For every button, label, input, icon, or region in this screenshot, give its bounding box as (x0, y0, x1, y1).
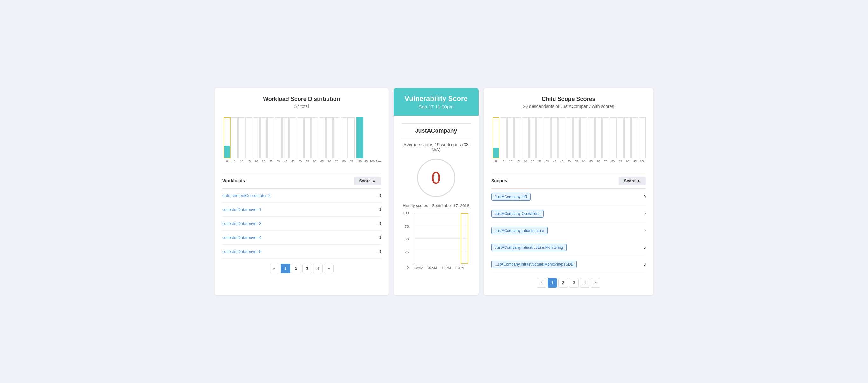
chart-x-06pm: 06PM (455, 266, 465, 270)
table-row: enforcementCoordinator-2 0 (222, 189, 381, 203)
workload-link-2[interactable]: collectorDatamover-3 (222, 221, 262, 226)
prev-page-button[interactable]: « (270, 264, 279, 273)
left-panel-subtitle: 57 total (222, 104, 381, 109)
hourly-title: Hourly scores - September 17, 2018 (401, 203, 471, 208)
main-container: Workload Score Distribution 57 total (215, 88, 653, 295)
page-1-button[interactable]: 1 (281, 264, 290, 273)
left-pagination: « 1 2 3 4 » (222, 264, 381, 273)
right-hist-bar-25 (529, 117, 536, 158)
right-panel-title: Child Scope Scores (491, 96, 646, 102)
workload-score-4: 0 (379, 249, 381, 254)
workload-link-1[interactable]: collectorDatamover-1 (222, 207, 262, 212)
scope-row-0: JustACompany:HR 0 (491, 189, 646, 206)
hist-bar-na (356, 117, 364, 158)
scope-row-3: JustACompany:Infrastructure:Monitoring 0 (491, 239, 646, 256)
next-page-button[interactable]: » (324, 264, 334, 273)
right-hist-bar-80 (610, 117, 617, 158)
middle-panel: Vulnerability Score Sep 17 11:00pm JustA… (394, 88, 478, 295)
right-next-page-button[interactable]: » (591, 278, 600, 288)
chart-x-12am: 12AM (414, 266, 423, 270)
workload-link-4[interactable]: collectorDatamover-5 (222, 249, 262, 254)
right-hist-bar-45 (558, 117, 565, 158)
chart-highlight-bar (461, 213, 468, 264)
right-hist-bar-50 (566, 117, 572, 158)
scope-tag-1[interactable]: JustACompany:Operations (491, 210, 544, 217)
scopes-table-header: Scopes Score ▲ (491, 173, 646, 189)
table-row: collectorDatamover-1 0 (222, 203, 381, 217)
chart-x-12pm: 12PM (442, 266, 451, 270)
scope-tag-4[interactable]: ...stACompany:Infrastructure:Monitoring:… (491, 261, 577, 268)
scope-score-3: 0 (644, 245, 646, 250)
avg-score-text: Average score, 19 workloads (38 N/A) (401, 142, 471, 152)
chart-x-06am: 06AM (428, 266, 437, 270)
hist-bar-65 (318, 117, 326, 158)
hist-bar-85 (348, 117, 355, 158)
right-score-sort-button[interactable]: Score ▲ (619, 177, 646, 185)
right-page-1-button[interactable]: 1 (548, 278, 557, 288)
right-hist-bar-20 (522, 117, 529, 158)
scopes-label: Scopes (491, 178, 507, 183)
scope-tag-2[interactable]: JustACompany:Infrastructure (491, 227, 548, 234)
right-hist-bar-95 (631, 117, 639, 158)
hist-bar-0 (223, 117, 230, 158)
vuln-header: Vulnerability Score Sep 17 11:00pm (394, 88, 478, 116)
right-hist-bar-65 (588, 117, 595, 158)
hist-bar-45 (289, 117, 296, 158)
scope-score-0: 0 (644, 194, 646, 199)
workload-link-0[interactable]: enforcementCoordinator-2 (222, 193, 271, 198)
right-page-3-button[interactable]: 3 (569, 278, 579, 288)
workload-score-0: 0 (379, 193, 381, 198)
hist-bar-25 (260, 117, 267, 158)
chart-x-labels: 12AM 06AM 12PM 06PM (414, 266, 465, 270)
right-hist-bar-75 (602, 117, 609, 158)
hist-bar-55 (304, 117, 311, 158)
hist-bar-70 (326, 117, 333, 158)
hist-bar-60 (311, 117, 318, 158)
chart-y-0: 0 (407, 266, 409, 269)
hist-bar-10 (238, 117, 245, 158)
page-3-button[interactable]: 3 (302, 264, 312, 273)
right-panel: Child Scope Scores 20 descendants of Jus… (484, 88, 653, 295)
right-hist-bar-15 (515, 117, 521, 158)
right-prev-page-button[interactable]: « (537, 278, 546, 288)
workload-score-3: 0 (379, 235, 381, 240)
right-hist-bar-0 (493, 117, 499, 158)
right-hist-bar-85 (617, 117, 624, 158)
scope-row-4: ...stACompany:Infrastructure:Monitoring:… (491, 256, 646, 273)
right-hist-bar-30 (536, 117, 544, 158)
chart-y-25: 25 (405, 250, 409, 254)
hist-bar-40 (282, 117, 289, 158)
chart-y-100: 100 (403, 211, 409, 215)
scope-score-2: 0 (644, 228, 646, 233)
scope-tag-0[interactable]: JustACompany:HR (491, 193, 531, 201)
left-panel-title: Workload Score Distribution (222, 96, 381, 102)
table-row: collectorDatamover-5 0 (222, 245, 381, 259)
vuln-date: Sep 17 11:00pm (400, 104, 472, 110)
page-2-button[interactable]: 2 (291, 264, 301, 273)
scope-score-4: 0 (644, 262, 646, 267)
scope-row-2: JustACompany:Infrastructure 0 (491, 223, 646, 239)
workloads-label: Workloads (222, 178, 245, 183)
right-hist-bar-60 (580, 117, 587, 158)
table-row: collectorDatamover-3 0 (222, 217, 381, 231)
right-page-2-button[interactable]: 2 (558, 278, 568, 288)
right-hist-bar-10 (507, 117, 514, 158)
score-circle-value: 0 (431, 168, 441, 187)
right-hist-bar-100 (639, 117, 646, 158)
right-page-4-button[interactable]: 4 (580, 278, 589, 288)
right-hist-bar-90 (624, 117, 631, 158)
hist-bar-80 (341, 117, 347, 158)
right-hist-bar-55 (573, 117, 580, 158)
hist-bar-75 (333, 117, 340, 158)
hist-bar-20 (253, 117, 260, 158)
workloads-table-header: Workloads Score ▲ (222, 173, 381, 189)
scope-tag-3[interactable]: JustACompany:Infrastructure:Monitoring (491, 244, 566, 251)
middle-content: JustACompany Average score, 19 workloads… (401, 123, 471, 270)
chart-y-50: 50 (405, 237, 409, 241)
page-4-button[interactable]: 4 (313, 264, 323, 273)
workload-link-3[interactable]: collectorDatamover-4 (222, 235, 262, 240)
score-sort-button[interactable]: Score ▲ (354, 177, 381, 185)
score-circle: 0 (417, 159, 455, 197)
hist-bar-30 (268, 117, 274, 158)
chart-y-75: 75 (405, 225, 409, 228)
